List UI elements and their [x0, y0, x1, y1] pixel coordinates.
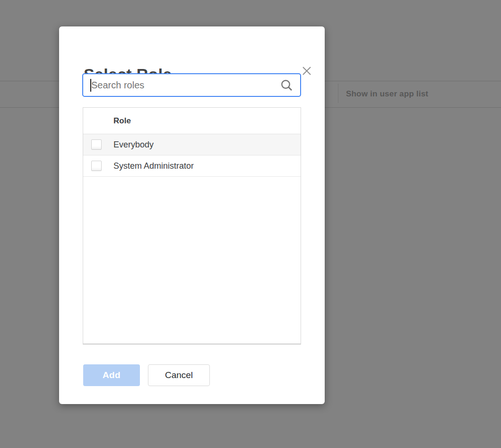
search-icon [280, 78, 294, 95]
role-label: System Administrator [113, 161, 194, 171]
background-column-header: Show in user app list [346, 89, 428, 99]
add-button[interactable]: Add [83, 364, 140, 386]
close-button[interactable] [299, 64, 314, 79]
roles-table: Role Everybody System Administrator [83, 107, 301, 345]
table-row-system-administrator[interactable]: System Administrator [83, 155, 301, 177]
select-role-dialog: Select Role Role Everybody System Admini… [59, 26, 325, 404]
role-checkbox[interactable] [91, 161, 102, 171]
roles-table-header: Role [83, 108, 301, 134]
close-icon [301, 65, 312, 78]
role-label: Everybody [113, 140, 154, 150]
role-checkbox[interactable] [91, 139, 102, 150]
table-row-everybody[interactable]: Everybody [83, 134, 301, 155]
background-column-divider [338, 84, 338, 103]
text-caret [90, 79, 91, 92]
cancel-button[interactable]: Cancel [148, 364, 210, 386]
search-box [82, 73, 301, 97]
search-input[interactable] [83, 74, 300, 96]
